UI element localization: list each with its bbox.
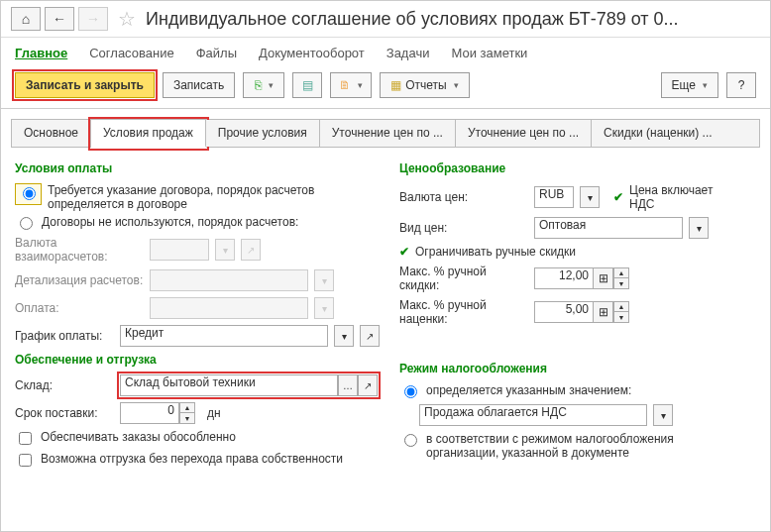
warehouse-open[interactable]: ↗ bbox=[358, 374, 378, 396]
detail-dd: ▾ bbox=[314, 269, 334, 291]
price-type-dd[interactable]: ▾ bbox=[689, 217, 709, 239]
maxm-down[interactable]: ▼ bbox=[614, 312, 628, 322]
delivery-input[interactable]: 0 bbox=[120, 402, 179, 424]
maxm-calc[interactable]: ⊞ bbox=[594, 301, 613, 323]
check-separate-label: Обеспечивать заказы обособленно bbox=[41, 430, 236, 444]
menu-approval[interactable]: Согласование bbox=[89, 46, 173, 60]
tax-select[interactable]: Продажа облагается НДС bbox=[419, 404, 647, 426]
maxm-up[interactable]: ▲ bbox=[614, 302, 628, 312]
check-no-transfer-label: Возможна отгрузка без перехода права соб… bbox=[41, 452, 343, 466]
radio-tax-value[interactable] bbox=[404, 385, 417, 398]
menu-files[interactable]: Файлы bbox=[196, 46, 237, 60]
attach-button[interactable]: ⎘ bbox=[243, 72, 284, 98]
favorite-icon[interactable]: ☆ bbox=[118, 7, 136, 31]
payment-dd: ▾ bbox=[314, 297, 334, 319]
schedule-dd[interactable]: ▾ bbox=[334, 325, 354, 347]
delivery-unit: дн bbox=[207, 406, 221, 420]
radio-contract-required-label: Требуется указание договора, порядок рас… bbox=[48, 183, 345, 211]
register-button[interactable]: ▤ bbox=[292, 72, 322, 98]
warehouse-label: Склад: bbox=[15, 378, 114, 392]
menu-docflow[interactable]: Документооборот bbox=[259, 46, 365, 60]
report-icon: ▦ bbox=[390, 78, 401, 92]
tax-dd[interactable]: ▾ bbox=[653, 404, 673, 426]
check-no-transfer[interactable] bbox=[19, 454, 32, 467]
schedule-open[interactable]: ↗ bbox=[360, 325, 380, 347]
help-button[interactable]: ? bbox=[726, 72, 756, 98]
menu-main[interactable]: Главное bbox=[15, 46, 67, 60]
tab-other[interactable]: Прочие условия bbox=[206, 120, 320, 147]
radio-no-contract-label: Договоры не используются, порядок расчет… bbox=[42, 215, 298, 229]
payment-input bbox=[150, 297, 308, 319]
radio-tax-value-label: определяется указанным значением: bbox=[426, 383, 631, 397]
currency-dd: ▾ bbox=[215, 239, 235, 261]
maxd-label: Макс. % ручной скидки: bbox=[399, 265, 528, 292]
price-type-label: Вид цен: bbox=[399, 221, 528, 235]
radio-tax-org[interactable] bbox=[404, 434, 417, 447]
back-button[interactable]: ← bbox=[45, 7, 74, 31]
detail-input bbox=[150, 269, 308, 291]
menu-tasks[interactable]: Задачи bbox=[386, 46, 430, 60]
radio-tax-org-label: в соответствии с режимом налогообложения… bbox=[426, 432, 723, 460]
vat-label: Цена включает НДС bbox=[629, 183, 738, 211]
maxd-input[interactable]: 12,00 bbox=[534, 267, 594, 289]
currency-label: Валюта взаиморасчетов: bbox=[15, 236, 144, 264]
forward-button: → bbox=[78, 7, 108, 31]
maxm-input[interactable]: 5,00 bbox=[534, 301, 594, 323]
limit-label: Ограничивать ручные скидки bbox=[415, 245, 576, 259]
currency-input bbox=[150, 239, 209, 261]
group-payment-title: Условия оплаты bbox=[15, 161, 380, 175]
radio-contract-required[interactable] bbox=[23, 187, 36, 200]
radio-no-contract[interactable] bbox=[20, 217, 33, 230]
maxd-down[interactable]: ▼ bbox=[614, 278, 628, 288]
delivery-label: Срок поставки: bbox=[15, 406, 114, 420]
maxd-calc[interactable]: ⊞ bbox=[594, 267, 613, 289]
limit-check-icon[interactable]: ✔ bbox=[399, 245, 409, 259]
price-currency-dd[interactable]: ▾ bbox=[580, 186, 600, 208]
tab-main[interactable]: Основное bbox=[12, 120, 91, 147]
home-button[interactable]: ⌂ bbox=[11, 7, 41, 31]
currency-open: ↗ bbox=[241, 239, 261, 261]
schedule-input[interactable]: Кредит bbox=[120, 325, 328, 347]
warehouse-input[interactable]: Склад бытовой техники bbox=[120, 374, 338, 396]
maxm-label: Макс. % ручной наценки: bbox=[399, 298, 528, 326]
tab-discounts[interactable]: Скидки (наценки) ... bbox=[592, 120, 724, 147]
payment-label: Оплата: bbox=[15, 301, 144, 315]
warehouse-pick[interactable]: … bbox=[338, 374, 358, 396]
group-pricing-title: Ценообразование bbox=[399, 161, 756, 175]
docflow-button[interactable]: 🗎 bbox=[330, 72, 372, 98]
page-title: Индивидуальное соглашение об условиях пр… bbox=[146, 9, 760, 30]
group-tax-title: Режим налогообложения bbox=[399, 362, 756, 375]
maxd-up[interactable]: ▲ bbox=[614, 268, 628, 278]
tab-price-detail-1[interactable]: Уточнение цен по ... bbox=[320, 120, 456, 147]
save-close-button[interactable]: Записать и закрыть bbox=[15, 72, 155, 98]
more-button[interactable]: Еще bbox=[661, 72, 718, 98]
menu-notes[interactable]: Мои заметки bbox=[451, 46, 527, 60]
price-type-input[interactable]: Оптовая bbox=[534, 217, 683, 239]
reports-button[interactable]: ▦Отчеты bbox=[380, 72, 469, 98]
save-button[interactable]: Записать bbox=[163, 72, 235, 98]
list-icon: ▤ bbox=[302, 78, 313, 92]
delivery-down[interactable]: ▼ bbox=[180, 413, 194, 423]
schedule-label: График оплаты: bbox=[15, 329, 114, 343]
detail-label: Детализация расчетов: bbox=[15, 273, 144, 287]
attach-icon: ⎘ bbox=[255, 78, 262, 92]
vat-check-icon[interactable]: ✔ bbox=[613, 190, 623, 204]
doc-icon: 🗎 bbox=[339, 78, 351, 92]
check-separate[interactable] bbox=[19, 432, 32, 445]
delivery-up[interactable]: ▲ bbox=[180, 403, 194, 413]
price-currency-input[interactable]: RUB bbox=[534, 186, 574, 208]
group-shipment-title: Обеспечение и отгрузка bbox=[15, 353, 380, 367]
tab-price-detail-2[interactable]: Уточнение цен по ... bbox=[456, 120, 592, 147]
price-currency-label: Валюта цен: bbox=[399, 190, 528, 204]
tab-sales-conditions[interactable]: Условия продаж bbox=[91, 120, 206, 148]
